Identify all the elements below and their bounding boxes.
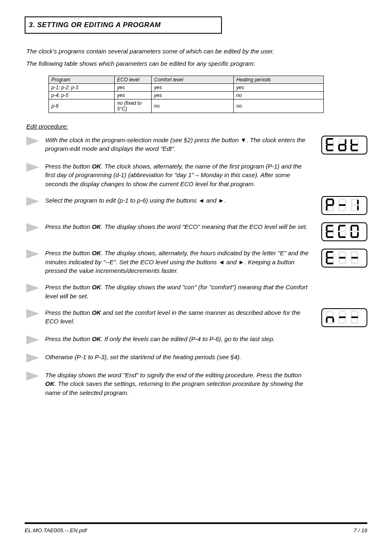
step-text: Press the button OK. The display shows t… — [42, 283, 318, 301]
svg-marker-1 — [26, 163, 39, 172]
cell: no (fixed to 5°C) — [115, 99, 152, 113]
section-heading: Edit procedure: — [26, 123, 367, 130]
steps-list: With the clock in the program-selection … — [25, 136, 367, 397]
th-heating: Heating periods — [234, 76, 324, 83]
step: Press the button OK. The display shows, … — [25, 249, 367, 275]
lcd-display — [321, 196, 367, 215]
table-row: p-6 no (fixed to 5°C) no no — [49, 99, 324, 113]
cell: yes — [234, 83, 324, 91]
step: Select the program to edit (p-1 to p-6) … — [25, 196, 367, 215]
lcd-display — [321, 308, 367, 327]
arrow-icon — [26, 197, 42, 207]
step: Press the button OK. The display shows t… — [25, 222, 367, 241]
arrow-icon — [26, 163, 42, 173]
step-text: With the clock in the program-selection … — [42, 136, 318, 154]
arrow-icon — [26, 284, 42, 293]
svg-marker-7 — [26, 335, 39, 344]
footer-filename: EL.MO.TAE005.--.EN.pdf — [25, 527, 87, 533]
th-program: Program — [49, 76, 115, 83]
cell: no — [234, 91, 324, 99]
cell: p-4; p-5 — [49, 91, 115, 99]
lcd-slot — [318, 308, 367, 327]
params-table: Program ECO level Comfort level Heating … — [48, 76, 324, 113]
step: Press the button OK. The clock shows, al… — [25, 162, 367, 189]
cell: no — [234, 99, 324, 113]
lcd-slot — [318, 196, 367, 215]
lcd-display — [321, 136, 367, 155]
arrow-icon — [26, 335, 42, 345]
lcd-slot — [318, 136, 367, 155]
step: With the clock in the program-selection … — [25, 136, 367, 155]
lcd-display — [321, 249, 367, 268]
step-text: The display shows the word "End" to sign… — [42, 371, 318, 397]
page-title: 3. SETTING OR EDITING A PROGRAM — [29, 21, 161, 29]
step: The display shows the word "End" to sign… — [25, 371, 367, 397]
svg-marker-0 — [26, 136, 39, 145]
lcd-display — [321, 222, 367, 241]
page-title-box: 3. SETTING OR EDITING A PROGRAM — [25, 16, 222, 34]
svg-marker-9 — [26, 372, 39, 381]
step: Press the button OK. If only the levels … — [25, 335, 367, 345]
table-header-row: Program ECO level Comfort level Heating … — [49, 76, 324, 83]
arrow-icon — [26, 372, 42, 381]
arrow-icon — [26, 309, 42, 319]
cell: p-1; p-2; p-3 — [49, 83, 115, 91]
cell: yes — [115, 91, 152, 99]
step: Otherwise (P-1 to P-3), set the start/en… — [25, 353, 367, 363]
step-text: Press the button OK and set the comfort … — [42, 308, 318, 326]
step: Press the button OK. The display shows t… — [25, 283, 367, 301]
step-text: Press the button OK. If only the levels … — [42, 335, 318, 344]
svg-marker-2 — [26, 197, 39, 206]
step: Press the button OK and set the comfort … — [25, 308, 367, 327]
page-footer: EL.MO.TAE005.--.EN.pdf 7 / 16 — [25, 522, 367, 533]
arrow-icon — [26, 353, 42, 363]
table-row: p-1; p-2; p-3 yes yes yes — [49, 83, 324, 91]
footer-pagenum: 7 / 16 — [353, 527, 367, 533]
cell: yes — [115, 83, 152, 91]
cell: no — [152, 99, 234, 113]
intro-line2: The following table shows which paramete… — [26, 59, 367, 68]
step-text: Otherwise (P-1 to P-3), set the start/en… — [42, 353, 318, 362]
table-row: p-4; p-5 yes yes no — [49, 91, 324, 99]
svg-marker-4 — [26, 249, 39, 259]
cell: yes — [152, 91, 234, 99]
th-comfort: Comfort level — [152, 76, 234, 83]
step-text: Press the button OK. The clock shows, al… — [42, 162, 318, 189]
svg-marker-5 — [26, 284, 39, 293]
intro-line1: The clock's programs contain several par… — [26, 47, 367, 56]
intro-text: The clock's programs contain several par… — [25, 47, 367, 68]
step-text: Select the program to edit (p-1 to p-6) … — [42, 196, 318, 205]
arrow-icon — [26, 136, 42, 146]
svg-marker-6 — [26, 309, 39, 318]
th-eco: ECO level — [115, 76, 152, 83]
svg-marker-3 — [26, 223, 39, 232]
lcd-slot — [318, 249, 367, 268]
step-text: Press the button OK. The display shows, … — [42, 249, 318, 275]
arrow-icon — [26, 249, 42, 259]
cell: yes — [152, 83, 234, 91]
footer-rule — [25, 522, 367, 524]
step-text: Press the button OK. The display shows t… — [42, 222, 318, 231]
arrow-icon — [26, 223, 42, 233]
svg-marker-8 — [26, 353, 39, 362]
cell: p-6 — [49, 99, 115, 113]
lcd-slot — [318, 222, 367, 241]
